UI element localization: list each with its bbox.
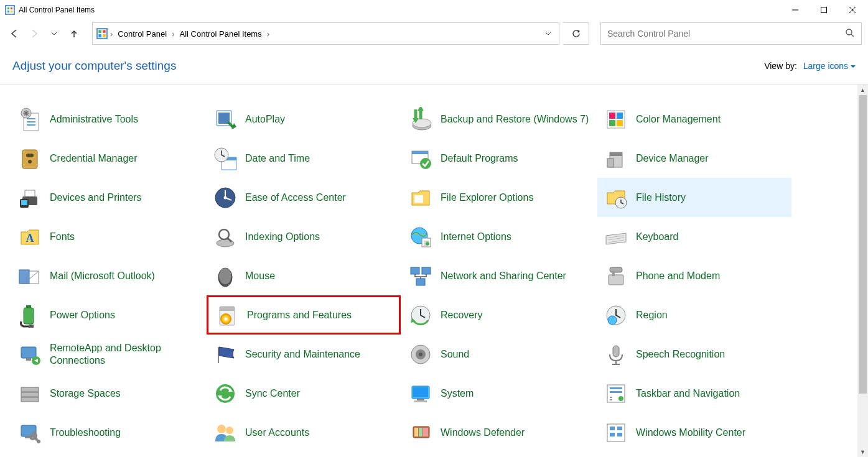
control-panel-item[interactable]: Mouse (207, 256, 401, 295)
control-panel-item[interactable]: Device Manager (597, 139, 791, 178)
address-dropdown-icon[interactable] (541, 29, 555, 39)
storage-icon (16, 380, 44, 407)
breadcrumb-chevron-icon[interactable]: › (109, 29, 114, 39)
control-panel-item[interactable]: Keyboard (597, 217, 791, 256)
svg-rect-105 (11, 7, 12, 9)
close-button[interactable] (838, 1, 867, 19)
address-bar[interactable]: › Control Panel › All Control Panel Item… (92, 22, 559, 45)
item-label: File Explorer Options (441, 192, 533, 203)
viewby-label: View by: (764, 61, 797, 71)
control-panel-item[interactable]: Color Management (597, 99, 791, 139)
item-label: Troubleshooting (50, 427, 121, 438)
recent-locations-button[interactable] (46, 25, 62, 42)
indexing-icon (212, 223, 239, 251)
item-label: Default Programs (441, 152, 518, 164)
scroll-up-button[interactable]: ▲ (857, 85, 868, 95)
svg-rect-112 (103, 30, 106, 33)
item-label: Windows Mobility Center (636, 427, 745, 438)
control-panel-item[interactable]: Internet Options (402, 217, 596, 256)
control-panel-item[interactable]: File Explorer Options (402, 178, 596, 217)
item-label: Storage Spaces (50, 387, 121, 399)
refresh-button[interactable] (563, 22, 589, 45)
control-panel-item[interactable]: AutoPlay (207, 99, 401, 139)
control-panel-item[interactable]: Indexing Options (207, 217, 401, 256)
control-panel-item[interactable]: Backup and Restore (Windows 7) (402, 99, 596, 139)
breadcrumb-chevron-icon[interactable]: › (266, 29, 271, 39)
control-panel-item[interactable]: Date and Time (207, 139, 401, 178)
control-panel-item[interactable]: Network and Sharing Center (402, 256, 596, 295)
item-label: Mouse (245, 270, 275, 282)
item-label: System (441, 387, 474, 399)
item-label: RemoteApp and Desktop Connections (50, 342, 200, 366)
scroll-thumb[interactable] (859, 95, 867, 394)
item-label: Fonts (50, 231, 75, 242)
autoplay-icon (212, 106, 239, 133)
search-input[interactable] (607, 29, 845, 39)
control-panel-item[interactable]: Devices and Printers (11, 178, 205, 217)
item-label: Administrative Tools (50, 113, 138, 125)
scrollbar[interactable]: ▲ ▼ (857, 85, 868, 457)
item-label: Sound (441, 348, 469, 360)
control-panel-item[interactable]: Ease of Access Center (207, 178, 401, 217)
sync-icon (212, 380, 239, 407)
breadcrumb-all-items[interactable]: All Control Panel Items (175, 29, 265, 39)
item-label: Internet Options (441, 231, 511, 242)
color-icon (602, 106, 630, 133)
maximize-button[interactable] (810, 1, 838, 19)
search-icon[interactable] (845, 28, 855, 40)
control-panel-item[interactable]: User Accounts (207, 413, 401, 452)
scroll-down-button[interactable]: ▼ (857, 446, 868, 457)
control-panel-item[interactable]: Fonts (11, 217, 205, 256)
content-area: Administrative ToolsAutoPlayBackup and R… (0, 85, 868, 457)
control-panel-item[interactable]: Credential Manager (11, 139, 205, 178)
control-panel-item[interactable]: Mail (Microsoft Outlook) (11, 256, 205, 295)
control-panel-item[interactable]: Default Programs (402, 139, 596, 178)
control-panel-item[interactable]: Administrative Tools (11, 99, 205, 139)
forward-button[interactable] (26, 25, 42, 42)
devprint-icon (16, 184, 44, 211)
troubleshoot-icon (16, 419, 44, 446)
item-label: Network and Sharing Center (441, 270, 566, 282)
control-panel-item[interactable]: Troubleshooting (11, 413, 205, 452)
item-label: Sync Center (245, 387, 300, 399)
ease-icon (212, 184, 239, 211)
up-button[interactable] (66, 25, 82, 42)
control-panel-item[interactable]: Sound (402, 335, 596, 374)
control-panel-item[interactable]: Windows Defender (402, 413, 596, 452)
control-panel-item[interactable]: Recovery (402, 295, 596, 335)
control-panel-item[interactable]: Taskbar and Navigation (597, 374, 791, 413)
breadcrumb-control-panel[interactable]: Control Panel (114, 29, 170, 39)
item-label: Device Manager (636, 152, 709, 164)
search-box[interactable] (600, 22, 862, 45)
region-icon (602, 302, 630, 329)
control-panel-item[interactable]: Windows Mobility Center (597, 413, 791, 452)
control-panel-item[interactable]: Security and Maintenance (207, 335, 401, 374)
header-bar: Adjust your computer's settings View by:… (0, 47, 868, 85)
svg-rect-113 (98, 34, 101, 37)
system-icon (407, 380, 434, 407)
control-panel-item[interactable]: Speech Recognition (597, 335, 791, 374)
devicemgr-icon (602, 145, 630, 172)
control-panel-item[interactable]: Programs and Features (207, 295, 401, 335)
window-icon (5, 5, 15, 15)
item-label: Mail (Microsoft Outlook) (50, 270, 155, 282)
control-panel-item[interactable]: Storage Spaces (11, 374, 205, 413)
back-button[interactable] (6, 25, 22, 42)
taskbar-icon (602, 380, 630, 407)
svg-rect-107 (11, 11, 12, 12)
control-panel-item[interactable]: Region (597, 295, 791, 335)
control-panel-item[interactable]: File History (597, 178, 791, 217)
breadcrumb-chevron-icon[interactable]: › (170, 29, 175, 39)
control-panel-item[interactable]: System (402, 374, 596, 413)
credential-icon (16, 145, 44, 172)
control-panel-item[interactable]: Phone and Modem (597, 256, 791, 295)
admin-tools-icon (16, 106, 44, 133)
minimize-button[interactable] (781, 1, 810, 19)
svg-rect-108 (821, 7, 827, 13)
control-panel-item[interactable]: Power Options (11, 295, 205, 335)
control-panel-item[interactable]: RemoteApp and Desktop Connections (11, 335, 205, 374)
viewby-dropdown[interactable]: Large icons (803, 61, 856, 71)
control-panel-item[interactable]: Sync Center (207, 374, 401, 413)
item-label: User Accounts (245, 427, 309, 438)
recovery-icon (407, 302, 434, 329)
